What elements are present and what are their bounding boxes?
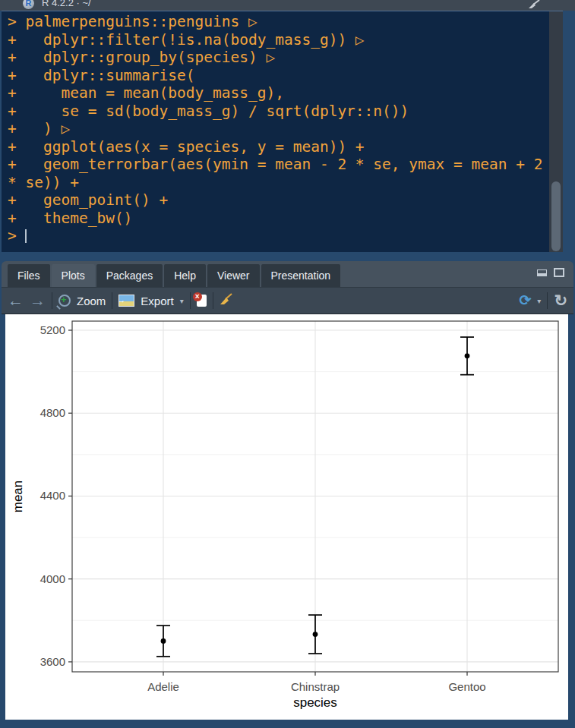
zoom-magnifier-icon: + [58, 295, 71, 307]
console-line: + ) ▷ [8, 120, 543, 138]
console-line: + ggplot(aes(x = species, y = mean)) + [8, 138, 543, 156]
console-line: > [8, 227, 543, 245]
svg-text:Gentoo: Gentoo [448, 680, 485, 693]
publish-dropdown-caret-icon[interactable]: ▾ [537, 297, 541, 305]
svg-text:Adelie: Adelie [147, 680, 179, 693]
console-title: R 4.2.2 · ~/ [42, 0, 91, 8]
text-cursor [25, 229, 27, 243]
export-image-icon [118, 295, 134, 307]
svg-text:3600: 3600 [40, 655, 65, 668]
console-line: + geom_point() + [8, 191, 543, 210]
export-dropdown-caret-icon[interactable]: ▾ [180, 297, 184, 305]
console-scrollbar-thumb[interactable] [551, 181, 561, 251]
export-label: Export [141, 295, 173, 307]
publish-icon: ⟳ [519, 294, 531, 307]
tab-files[interactable]: Files [8, 264, 50, 287]
pane-tabstrip: FilesPlotsPackagesHelpViewerPresentation [2, 261, 573, 287]
export-button[interactable]: Export ▾ [112, 295, 189, 307]
console-pane[interactable]: > palmerpenguins::penguins ▷+ dplyr::fil… [2, 11, 563, 252]
svg-text:4400: 4400 [40, 489, 65, 502]
minimize-pane-icon[interactable] [537, 269, 547, 276]
console-line: + dplyr::summarise( [8, 67, 543, 85]
previous-plot-button[interactable]: ← [8, 293, 24, 308]
tab-presentation[interactable]: Presentation [261, 264, 341, 287]
console-line: + dplyr::filter(!is.na(body_mass_g)) ▷ [8, 31, 543, 49]
r-logo-icon: R [23, 0, 34, 9]
tab-help[interactable]: Help [164, 264, 206, 287]
console-output: > palmerpenguins::penguins ▷+ dplyr::fil… [8, 13, 543, 245]
plots-toolbar: ← → + Zoom Export ▾ [2, 287, 573, 314]
console-scrollbar[interactable] [549, 11, 563, 252]
svg-text:species: species [293, 695, 337, 710]
console-line: + dplyr::group_by(species) ▷ [8, 49, 543, 67]
svg-text:mean: mean [11, 481, 25, 513]
tab-plots[interactable]: Plots [52, 264, 95, 287]
svg-text:4800: 4800 [40, 406, 65, 419]
svg-text:5200: 5200 [40, 323, 65, 336]
svg-text:4000: 4000 [40, 572, 65, 585]
ggplot-chart: 52004800440040003600AdelieChinstrapGento… [5, 314, 568, 720]
publish-button[interactable]: ⟳ ▾ [513, 294, 547, 307]
next-plot-button[interactable]: → [30, 293, 46, 308]
refresh-plot-button[interactable]: ↻ [554, 293, 567, 308]
console-line: + theme_bw() [8, 210, 543, 228]
console-line: * se)) + [8, 174, 543, 192]
console-titlebar: R R 4.2.2 · ~/ [0, 0, 575, 11]
tab-viewer[interactable]: Viewer [207, 264, 260, 287]
console-line: + se = sd(body_mass_g) / sqrt(dplyr::n()… [8, 102, 543, 121]
tab-packages[interactable]: Packages [96, 264, 163, 287]
plot-output: 52004800440040003600AdelieChinstrapGento… [5, 314, 568, 720]
svg-text:Chinstrap: Chinstrap [291, 680, 340, 693]
maximize-pane-icon[interactable] [554, 268, 564, 277]
pane-window-controls [537, 268, 564, 277]
rstudio-window: R R 4.2.2 · ~/ > palmerpenguins::penguin… [0, 0, 575, 728]
console-line: + mean = mean(body_mass_g), [8, 84, 543, 102]
console-line: > palmerpenguins::penguins ▷ [8, 13, 543, 31]
clear-console-broom-icon[interactable] [528, 0, 540, 11]
clear-all-plots-broom-button[interactable] [220, 293, 233, 308]
remove-plot-button[interactable] [197, 295, 207, 307]
zoom-label: Zoom [77, 295, 106, 307]
console-line: + geom_terrorbar(aes(ymin = mean - 2 * s… [8, 156, 543, 174]
zoom-button[interactable]: + Zoom [52, 295, 112, 307]
